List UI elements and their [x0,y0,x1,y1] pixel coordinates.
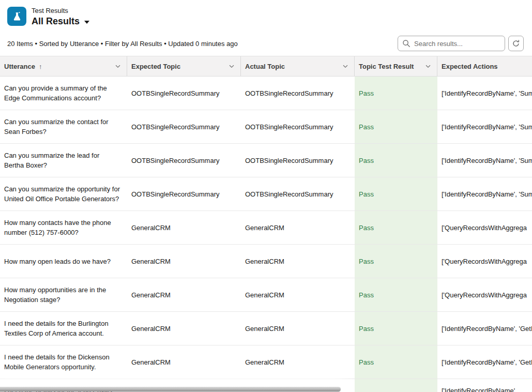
topic-test-result-cell: Pass [355,278,437,311]
pass-badge: Pass [359,223,374,233]
expected-actions-cell: ['IdentifyRecordByName', 'SummarizeRecor… [437,144,532,177]
expected-actions-cell: ['IdentifyRecordByName', 'SummarizeRecor… [437,77,532,110]
utterance-cell: Can you summarize the lead for Bertha Bo… [0,144,127,177]
column-label: Utterance [4,63,35,70]
actual-topic-cell: OOTBSingleRecordSummary [241,77,355,110]
expected-actions-cell: ['IdentifyRecordByName', 'SummarizeRecor… [437,177,532,210]
results-table: Utterance ↑ Expected Topic Actual Topic … [0,56,532,392]
table-body: Can you provide a summary of the Edge Co… [0,77,532,392]
topic-test-result-cell: Pass [355,110,437,143]
chevron-down-icon[interactable] [228,63,235,70]
topic-test-result-cell: Pass [355,312,437,345]
topic-test-result-cell: Pass [355,177,437,210]
utterance-cell: Can you summarize the opportunity for Un… [0,177,127,210]
caret-down-icon [84,21,89,24]
list-toolbar: 20 Items • Sorted by Utterance • Filter … [0,31,532,56]
list-summary: 20 Items • Sorted by Utterance • Filter … [7,40,238,48]
expected-actions-cell: ['IdentifyRecordByName', 'GetRecordDetai… [437,312,532,345]
table-row[interactable]: How many open leads do we have? GeneralC… [0,245,532,278]
actual-topic-cell: OOTBSingleRecordSummary [241,144,355,177]
actual-topic-cell: OOTBSingleRecordSummary [241,110,355,143]
utterance-cell: How many opportunities are in the Negoti… [0,278,127,311]
expected-topic-cell: GeneralCRM [127,312,241,345]
column-label: Expected Topic [131,63,180,70]
expected-topic-cell: GeneralCRM [127,211,241,244]
table-row[interactable]: I need the details for the Dickenson Mob… [0,345,532,379]
column-header-expected-topic[interactable]: Expected Topic [127,56,241,76]
refresh-icon [512,39,520,48]
expected-topic-cell: OOTBSingleRecordSummary [127,177,241,210]
table-row[interactable]: I need the details for the Burlington Te… [0,312,532,345]
expected-topic-cell: OOTBSingleRecordSummary [127,110,241,143]
utterance-cell: Can you summarize the contact for Sean F… [0,110,127,143]
table-row[interactable]: Can you provide a summary of the Edge Co… [0,77,532,110]
actual-topic-cell: GeneralCRM [241,211,355,244]
topic-test-result-cell [355,379,437,392]
search-input[interactable] [398,36,505,51]
column-header-utterance[interactable]: Utterance ↑ [0,56,127,76]
actual-topic-cell: GeneralCRM [241,245,355,278]
column-header-topic-test-result[interactable]: Topic Test Result [355,56,437,76]
table-row[interactable]: How many opportunities are in the Negoti… [0,278,532,312]
table-row[interactable]: Can you summarize the contact for Sean F… [0,110,532,144]
refresh-button[interactable] [508,36,524,51]
chevron-down-icon[interactable] [114,63,121,70]
chevron-down-icon[interactable] [342,63,349,70]
column-label: Expected Actions [442,63,498,70]
utterance-cell: I need the details for the Burlington Te… [0,312,127,345]
topic-test-result-cell: Pass [355,144,437,177]
view-label: All Results [32,16,80,27]
pass-badge: Pass [359,324,374,334]
list-view-selector[interactable]: All Results [32,16,89,27]
search-box [398,36,505,51]
table-header-row: Utterance ↑ Expected Topic Actual Topic … [0,56,532,77]
pass-badge: Pass [359,290,374,300]
column-label: Topic Test Result [359,63,414,70]
expected-actions-cell: ['IdentifyRecordByName', [437,379,532,392]
pass-badge: Pass [359,357,374,367]
actual-topic-cell: OOTBSingleRecordSummary [241,177,355,210]
object-label: Test Results [32,7,89,15]
pass-badge: Pass [359,88,374,98]
column-label: Actual Topic [245,63,285,70]
topic-test-result-cell: Pass [355,245,437,278]
sort-ascending-icon: ↑ [39,63,42,70]
pass-badge: Pass [359,257,374,266]
expected-actions-cell: ['QueryRecordsWithAggrega [437,211,532,244]
pass-badge: Pass [359,156,374,165]
pass-badge: Pass [359,122,374,132]
utterance-cell: How many open leads do we have? [0,245,127,278]
expected-topic-cell: OOTBSingleRecordSummary [127,144,241,177]
utterance-cell: I need the details for the Dickenson Mob… [0,345,127,379]
expected-topic-cell: GeneralCRM [127,245,241,278]
topic-test-result-cell: Pass [355,211,437,244]
flask-icon [7,7,26,26]
topic-test-result-cell: Pass [355,77,437,110]
expected-actions-cell: ['IdentifyRecordByName', 'GetRecordDetai… [437,345,532,379]
column-header-expected-actions[interactable]: Expected Actions [437,56,532,76]
horizontal-scrollbar-thumb[interactable] [0,387,341,391]
chevron-down-icon[interactable] [424,63,432,70]
topic-test-result-cell: Pass [355,345,437,379]
pass-badge: Pass [359,189,374,199]
actual-topic-cell: GeneralCRM [241,345,355,379]
actual-topic-cell: GeneralCRM [241,278,355,311]
utterance-cell: Can you provide a summary of the Edge Co… [0,77,127,110]
toolbar-actions [398,36,524,51]
table-row[interactable]: Can you summarize the opportunity for Un… [0,177,532,211]
expected-actions-cell: ['IdentifyRecordByName', 'SummarizeRecor… [437,110,532,143]
expected-topic-cell: OOTBSingleRecordSummary [127,77,241,110]
expected-topic-cell: GeneralCRM [127,278,241,311]
table-row[interactable]: How many contacts have the phone number … [0,211,532,245]
page-header: Test Results All Results [0,0,532,31]
expected-topic-cell: GeneralCRM [127,345,241,379]
utterance-cell: How many contacts have the phone number … [0,211,127,244]
expected-actions-cell: ['QueryRecordsWithAggrega [437,245,532,278]
expected-actions-cell: ['QueryRecordsWithAggrega [437,278,532,311]
title-block: Test Results All Results [32,7,89,27]
column-header-actual-topic[interactable]: Actual Topic [241,56,355,76]
table-row[interactable]: Can you summarize the lead for Bertha Bo… [0,144,532,177]
actual-topic-cell: GeneralCRM [241,312,355,345]
